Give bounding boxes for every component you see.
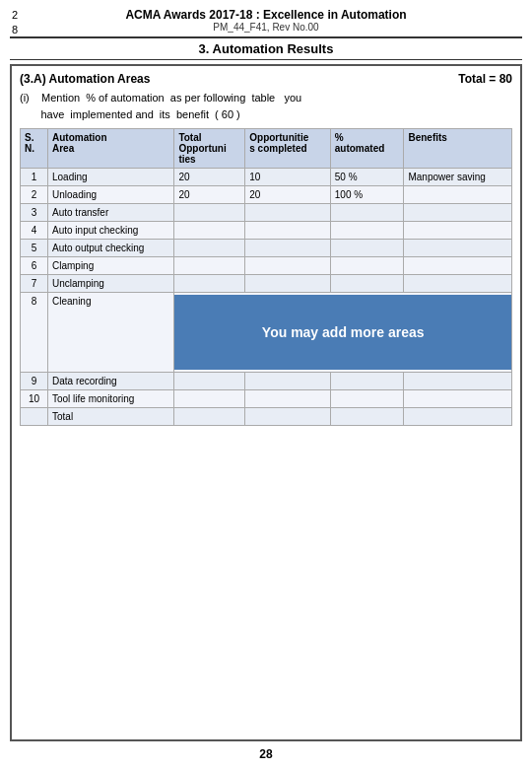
outer-border: (3.A) Automation Areas Total = 80 (i) Me… <box>10 64 522 741</box>
automation-table: S.N. AutomationArea TotalOpportunities O… <box>20 128 512 426</box>
cell-sn: 9 <box>21 373 48 390</box>
cell-sn: 5 <box>21 240 48 257</box>
section-title: 3. Automation Results <box>10 36 522 60</box>
table-row: 6Clamping <box>21 257 512 275</box>
header-title: ACMA Awards 2017-18 : Excellence in Auto… <box>10 8 522 22</box>
cell-total: 20 <box>174 186 245 204</box>
cell-sn: 2 <box>21 186 48 204</box>
cell-pct <box>330 222 404 240</box>
table-row: 5Auto output checking <box>21 240 512 257</box>
cell-sn: 8 <box>21 293 48 373</box>
cell-sn <box>21 408 48 426</box>
cell-completed: 20 <box>245 186 331 204</box>
cell-benefits <box>404 373 512 390</box>
cell-benefits <box>404 186 512 204</box>
cell-benefits <box>404 257 512 275</box>
table-row: 10Tool life monitoring <box>21 390 512 408</box>
header: ACMA Awards 2017-18 : Excellence in Auto… <box>10 8 522 33</box>
col-sn: S.N. <box>21 129 48 169</box>
cell-completed <box>245 275 331 293</box>
cell-benefits <box>404 408 512 426</box>
cell-sn: 3 <box>21 204 48 222</box>
cell-area: Unclamping <box>48 275 174 293</box>
table-row: 9Data recording <box>21 373 512 390</box>
cell-pct <box>330 240 404 257</box>
cell-completed <box>245 390 331 408</box>
cell-area: Auto output checking <box>48 240 174 257</box>
section-3a-header: (3.A) Automation Areas Total = 80 <box>20 72 512 86</box>
cell-benefits <box>404 390 512 408</box>
cell-benefits <box>404 222 512 240</box>
cell-sn: 6 <box>21 257 48 275</box>
cell-area: Auto transfer <box>48 204 174 222</box>
table-row: 3Auto transfer <box>21 204 512 222</box>
table-row: 7Unclamping <box>21 275 512 293</box>
cell-sn: 1 <box>21 169 48 186</box>
cell-sn: 10 <box>21 390 48 408</box>
cell-total <box>174 204 245 222</box>
cell-area: Loading <box>48 169 174 186</box>
cell-total <box>174 373 245 390</box>
cell-area: Auto input checking <box>48 222 174 240</box>
table-row: 8CleaningYou may add more areas <box>21 293 512 373</box>
header-subtitle: PM_44_F41, Rev No.00 <box>10 22 522 33</box>
cell-area: Unloading <box>48 186 174 204</box>
cell-sn: 4 <box>21 222 48 240</box>
col-total: TotalOpportunities <box>174 129 245 169</box>
cell-completed <box>245 222 331 240</box>
page-numbers: 2 8 <box>12 8 18 38</box>
footer-page: 28 <box>259 747 272 761</box>
cell-pct <box>330 373 404 390</box>
section-3a-label: (3.A) Automation Areas <box>20 72 150 86</box>
col-completed: Opportunities completed <box>245 129 331 169</box>
cell-total <box>174 408 245 426</box>
cell-completed <box>245 373 331 390</box>
cell-area: Data recording <box>48 373 174 390</box>
section-3a-total: Total = 80 <box>458 72 512 86</box>
cell-area: Total <box>48 408 174 426</box>
table-row: Total <box>21 408 512 426</box>
you-banner: You may add more areas <box>174 293 512 373</box>
cell-total <box>174 257 245 275</box>
cell-pct: 50 % <box>330 169 404 186</box>
col-benefits: Benefits <box>404 129 512 169</box>
cell-pct <box>330 390 404 408</box>
cell-total <box>174 240 245 257</box>
you-banner-text: You may add more areas <box>174 295 511 370</box>
instruction: (i) Mention % of automation as per follo… <box>20 90 512 122</box>
cell-completed <box>245 408 331 426</box>
cell-benefits <box>404 275 512 293</box>
cell-completed <box>245 257 331 275</box>
table-row: 4Auto input checking <box>21 222 512 240</box>
cell-total <box>174 275 245 293</box>
cell-total <box>174 390 245 408</box>
cell-benefits <box>404 240 512 257</box>
cell-benefits <box>404 204 512 222</box>
cell-total: 20 <box>174 169 245 186</box>
cell-benefits: Manpower saving <box>404 169 512 186</box>
cell-pct <box>330 204 404 222</box>
col-area: AutomationArea <box>48 129 174 169</box>
table-header-row: S.N. AutomationArea TotalOpportunities O… <box>21 129 512 169</box>
cell-total <box>174 222 245 240</box>
table-row: 1Loading201050 %Manpower saving <box>21 169 512 186</box>
cell-completed <box>245 240 331 257</box>
cell-completed: 10 <box>245 169 331 186</box>
cell-area: Clamping <box>48 257 174 275</box>
cell-pct <box>330 408 404 426</box>
cell-completed <box>245 204 331 222</box>
cell-pct <box>330 257 404 275</box>
cell-pct <box>330 275 404 293</box>
cell-sn: 7 <box>21 275 48 293</box>
cell-area: Tool life monitoring <box>48 390 174 408</box>
table-row: 2Unloading2020100 % <box>21 186 512 204</box>
cell-area: Cleaning <box>48 293 174 373</box>
col-pct: %automated <box>330 129 404 169</box>
cell-pct: 100 % <box>330 186 404 204</box>
